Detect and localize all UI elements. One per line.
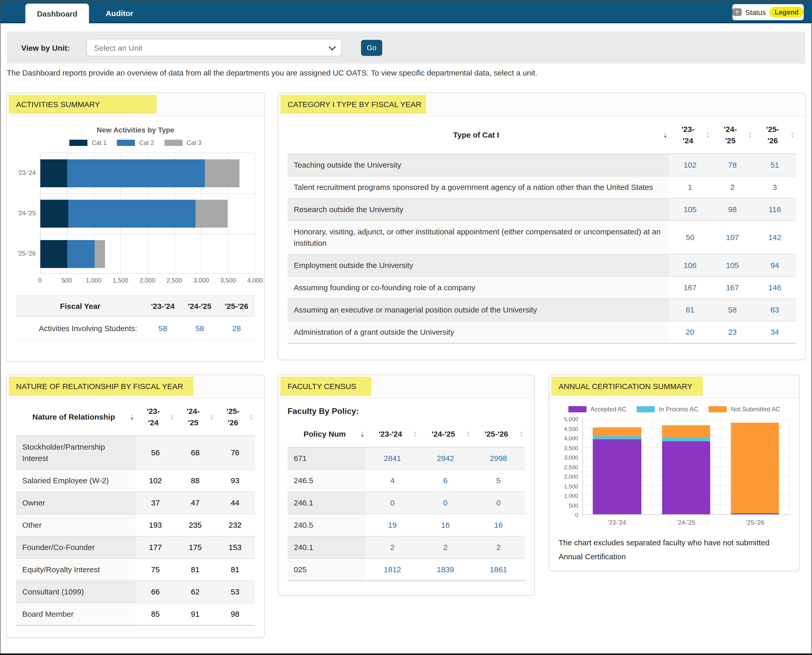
value-cell[interactable]: 19 (366, 514, 419, 536)
page-description: The Dashboard reports provide an overvie… (7, 68, 537, 77)
value-cell[interactable]: 0 (472, 492, 525, 514)
y-axis-tick-label: 1,000 (564, 492, 578, 499)
sort-icon: ▲▼ (130, 414, 134, 421)
value-cell[interactable]: 2 (419, 536, 472, 558)
legend-item[interactable]: In Process AC (637, 406, 698, 413)
value-cell[interactable]: 5 (472, 469, 525, 492)
column-header-label-col[interactable]: Policy Num▲▼ (287, 421, 366, 447)
value-cell[interactable]: 50 (669, 221, 711, 254)
column-header-text: '24-'25 (431, 429, 455, 438)
column-header-label-col[interactable]: Type of Cat I▲▼ (287, 117, 669, 154)
value-cell[interactable]: 2 (366, 536, 419, 558)
table-body: Stockholder/Partnership Interest566876Sa… (16, 436, 255, 625)
value-cell[interactable]: 4 (366, 469, 419, 492)
column-header-year[interactable]: '25-'26▲▼ (472, 421, 525, 447)
column-header-year[interactable]: '25- '26▲▼ (215, 398, 255, 436)
value-cell[interactable]: 102 (669, 154, 711, 176)
value-cell[interactable]: 107 (711, 221, 754, 254)
legend-item[interactable]: Accepted AC (568, 406, 626, 413)
value-cell[interactable]: 142 (754, 221, 796, 254)
chart-title: New Activities by Type (16, 126, 255, 134)
legend-item[interactable]: Not Submitted AC (709, 406, 780, 413)
value-cell[interactable]: 2942 (419, 447, 472, 469)
value-cell[interactable]: 51 (754, 154, 796, 176)
value-cell[interactable]: 1861 (472, 558, 525, 581)
value-cell[interactable]: 20 (669, 321, 711, 343)
panel-header: CATEGORY I TYPE BY FISCAL YEAR (278, 93, 805, 117)
value-cell[interactable]: 1839 (419, 558, 472, 581)
column-header-year[interactable]: '23- '24▲▼ (135, 398, 175, 436)
legend-label: Accepted AC (590, 406, 626, 413)
value-cell[interactable]: 1 (669, 176, 711, 198)
row-label-cell: 246.1 (287, 492, 366, 514)
value-cell[interactable]: 16 (472, 514, 525, 536)
value-cell[interactable]: 63 (754, 299, 796, 321)
value-cell[interactable]: 0 (366, 492, 419, 514)
value-cell[interactable]: 105 (669, 198, 711, 221)
column-header-year[interactable]: '24- '25▲▼ (175, 398, 215, 436)
new-activities-chart: New Activities by TypeCat 1Cat 2Cat 3'23… (16, 126, 255, 285)
value-cell[interactable]: 28 (218, 317, 255, 340)
value-cell[interactable]: 98 (711, 198, 754, 221)
column-header-label-col[interactable]: Nature of Relationship▲▼ (16, 398, 135, 436)
value-cell[interactable]: 2 (472, 536, 525, 558)
legend-item[interactable]: Cat 3 (164, 139, 201, 146)
column-header-text: Type of Cat I (453, 131, 499, 139)
table-row: Assuming an executive or managerial posi… (287, 299, 796, 321)
value-cell[interactable]: 6 (419, 469, 472, 492)
column-header-year[interactable]: '23- '24▲▼ (669, 117, 711, 154)
status-legend-button[interactable]: ? Status Legend (732, 4, 804, 20)
table-row: 025181218391861 (287, 558, 525, 581)
value-cell[interactable]: 58 (144, 317, 181, 340)
column-header-year[interactable]: '24-'25▲▼ (419, 421, 472, 447)
sort-icon: ▲▼ (663, 131, 668, 138)
value-cell[interactable]: 61 (669, 299, 711, 321)
column-header-text: '24- '25 (724, 125, 737, 145)
panel-header: ANNUAL CERTIFICATION SUMMARY (549, 375, 799, 398)
value-cell[interactable]: 1812 (366, 558, 419, 581)
go-button[interactable]: Go (361, 40, 382, 55)
value-cell[interactable]: 23 (711, 321, 754, 343)
table-row: 671284129422998 (287, 447, 525, 469)
bar-segment (40, 240, 67, 268)
value-cell[interactable]: 105 (711, 254, 754, 277)
row-label-cell: 671 (287, 447, 366, 469)
value-cell[interactable]: 116 (754, 198, 796, 221)
value-cell[interactable]: 78 (711, 154, 754, 176)
row-label-cell: Equity/Royalty Interest (16, 558, 135, 581)
value-cell[interactable]: 58 (711, 299, 754, 321)
legend-item[interactable]: Cat 1 (69, 139, 106, 146)
column-header-year[interactable]: '25- '26▲▼ (754, 117, 796, 154)
value-cell[interactable]: 2 (711, 176, 754, 198)
value-cell[interactable]: 58 (181, 317, 218, 340)
y-axis-tick-label: 3,000 (564, 454, 578, 460)
value-cell[interactable]: 0 (419, 492, 472, 514)
x-axis-tick-label: 0 (38, 277, 41, 284)
value-cell[interactable]: 34 (754, 321, 796, 343)
value-cell[interactable]: 2998 (472, 447, 525, 469)
value-cell[interactable]: 167 (669, 277, 711, 299)
x-axis-labels: '23-'24'24-'25'25-'26 (582, 519, 790, 528)
x-axis-tick-label: '24-'25 (677, 519, 695, 526)
value-cell: 66 (135, 581, 175, 603)
tab-auditor[interactable]: Auditor (89, 4, 150, 22)
table-row: Board Member859198 (16, 603, 255, 625)
value-cell[interactable]: 94 (754, 254, 796, 277)
legend-item[interactable]: Cat 2 (117, 139, 154, 146)
row-label-cell: 246.5 (287, 469, 366, 492)
value-cell[interactable]: 167 (711, 277, 754, 299)
column-header-year[interactable]: '23-'24▲▼ (366, 421, 419, 447)
bar-segment (204, 159, 239, 187)
value-cell[interactable]: 16 (419, 514, 472, 536)
value-cell[interactable]: 146 (754, 277, 796, 299)
value-cell[interactable]: 2841 (366, 447, 419, 469)
column-header-year[interactable]: '24- '25▲▼ (711, 117, 754, 154)
row-label-cell: Owner (16, 492, 135, 514)
unit-select[interactable]: Select an Unit (86, 39, 342, 56)
value-cell[interactable]: 3 (754, 176, 796, 198)
tab-dashboard[interactable]: Dashboard (25, 4, 89, 24)
category-type-table: Type of Cat I▲▼'23- '24▲▼'24- '25▲▼'25- … (287, 117, 796, 344)
table-row: Owner374744 (16, 492, 255, 514)
value-cell[interactable]: 106 (669, 254, 711, 277)
table-header-row: Nature of Relationship▲▼'23- '24▲▼'24- '… (16, 398, 255, 436)
